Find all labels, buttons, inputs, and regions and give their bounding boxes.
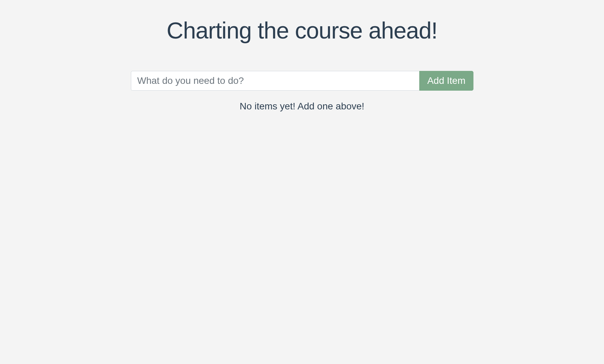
- page-title: Charting the course ahead!: [131, 17, 473, 44]
- add-item-form: Add Item: [131, 71, 473, 91]
- main-container: Charting the course ahead! Add Item No i…: [131, 0, 473, 112]
- todo-input[interactable]: [131, 71, 420, 91]
- add-item-button[interactable]: Add Item: [419, 71, 473, 91]
- empty-list-message: No items yet! Add one above!: [131, 101, 473, 112]
